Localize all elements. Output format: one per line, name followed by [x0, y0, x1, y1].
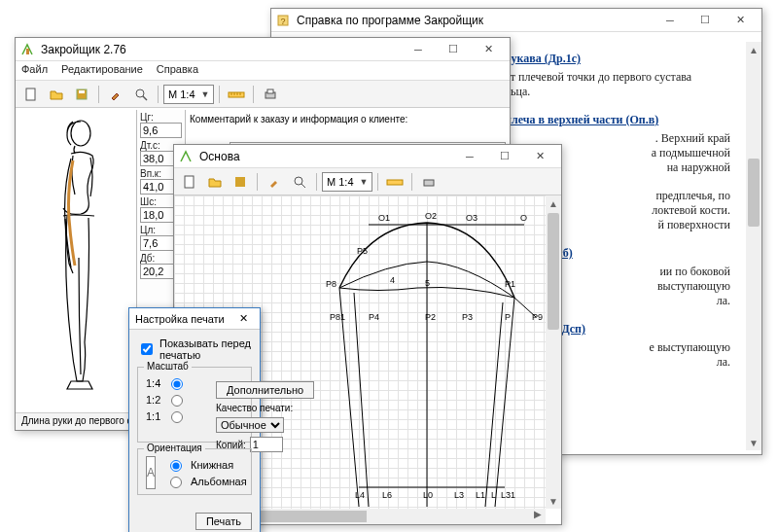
meas-label: Цг:: [140, 112, 182, 123]
svg-rect-20: [387, 180, 403, 185]
help-scrollbar[interactable]: ▲ ▼: [746, 42, 761, 450]
brush-icon[interactable]: [104, 84, 127, 105]
quality-select[interactable]: Обычное: [216, 417, 284, 433]
main-toolbar: М 1:4▼: [16, 81, 510, 108]
meas-input[interactable]: [140, 123, 182, 138]
figure-pane: [16, 110, 137, 412]
minimize-button[interactable]: ─: [401, 39, 436, 60]
chevron-down-icon: ▼: [360, 177, 369, 187]
app-icon: [19, 42, 35, 57]
orient-book-radio[interactable]: Книжная: [165, 457, 247, 472]
help-title: Справка по программе Закройщик: [297, 14, 653, 27]
orient-legend: Ориентация: [144, 443, 205, 453]
scale-select[interactable]: М 1:4▼: [163, 85, 214, 104]
scale-radio-1-1[interactable]: [171, 411, 183, 423]
menu-help[interactable]: Справка: [157, 63, 198, 78]
osnova-title: Основа: [199, 150, 452, 163]
scale-radio-1-4[interactable]: [171, 378, 183, 390]
scroll-up-icon[interactable]: ▲: [746, 42, 761, 57]
page-orientation-icon: A: [146, 456, 156, 489]
svg-point-18: [295, 177, 302, 185]
ruler-icon[interactable]: [383, 171, 407, 193]
osnova-titlebar[interactable]: Основа ─ ☐ ✕: [174, 145, 561, 168]
scale-legend: Масштаб: [144, 361, 192, 372]
svg-line-26: [495, 298, 514, 507]
scroll-up-icon[interactable]: ▲: [546, 195, 561, 211]
print-button[interactable]: Печать: [195, 513, 252, 530]
menu-edit[interactable]: Редактирование: [61, 63, 143, 78]
maximize-button[interactable]: ☐: [436, 39, 471, 60]
minimize-button[interactable]: ─: [452, 146, 487, 167]
print-dialog: Настройка печати ✕ Показывать перед печа…: [128, 307, 261, 532]
quality-label: Качество печати:: [216, 403, 314, 413]
main-title: Закройщик 2.76: [41, 43, 401, 56]
open-icon[interactable]: [203, 171, 227, 193]
svg-point-6: [136, 89, 144, 97]
comment-heading: Комментарий к заказу и информация о клие…: [190, 114, 506, 124]
main-menubar: Файл Редактирование Справка: [16, 61, 510, 81]
svg-rect-17: [235, 177, 245, 187]
maximize-button[interactable]: ☐: [688, 10, 723, 31]
svg-rect-5: [79, 90, 85, 93]
close-button[interactable]: ✕: [723, 10, 758, 31]
print-titlebar[interactable]: Настройка печати ✕: [129, 308, 260, 330]
print-icon[interactable]: [259, 84, 282, 105]
toolbar-separator: [158, 86, 159, 103]
svg-point-15: [71, 121, 90, 146]
toolbar-separator: [98, 86, 99, 103]
ruler-icon[interactable]: [225, 84, 248, 105]
open-icon[interactable]: [45, 84, 68, 105]
scroll-down-icon[interactable]: ▼: [546, 493, 561, 509]
svg-rect-16: [185, 176, 194, 188]
svg-rect-21: [424, 180, 434, 186]
zoom-icon[interactable]: [288, 171, 311, 193]
orient-album-radio[interactable]: Альбомная: [165, 474, 247, 488]
close-button[interactable]: ✕: [471, 39, 506, 60]
svg-line-7: [143, 96, 147, 100]
chevron-down-icon: ▼: [201, 89, 210, 99]
help-icon: ?: [275, 13, 291, 28]
toolbar-separator: [253, 86, 254, 103]
help-link[interactable]: плеча в верхней части (Оп.в): [505, 113, 658, 126]
extra-button[interactable]: Дополнительно: [216, 381, 314, 399]
scroll-down-icon[interactable]: ▼: [746, 435, 761, 450]
new-icon[interactable]: [178, 171, 201, 193]
brush-icon[interactable]: [263, 171, 286, 193]
help-link[interactable]: рукава (Др.1с): [505, 52, 581, 65]
toolbar-separator: [219, 86, 220, 103]
svg-line-27: [485, 302, 503, 507]
main-titlebar[interactable]: Закройщик 2.76 ─ ☐ ✕: [16, 38, 510, 61]
scale-select[interactable]: М 1:4▼: [322, 172, 372, 192]
scroll-right-icon[interactable]: ▶: [530, 509, 546, 519]
new-icon[interactable]: [19, 84, 43, 105]
app-icon: [178, 149, 194, 164]
svg-line-19: [301, 184, 305, 188]
svg-rect-14: [267, 89, 273, 93]
copies-input[interactable]: [250, 437, 283, 452]
minimize-button[interactable]: ─: [653, 10, 688, 31]
print-icon[interactable]: [417, 171, 441, 193]
body-figure: [22, 114, 129, 406]
close-button[interactable]: ✕: [232, 312, 254, 325]
scrollbar-thumb[interactable]: [748, 159, 760, 227]
osnova-vscrollbar[interactable]: ▲ ▼: [546, 195, 561, 509]
scale-radio-1-2[interactable]: [171, 395, 183, 407]
print-title: Настройка печати: [135, 313, 232, 325]
zoom-icon[interactable]: [129, 84, 153, 105]
svg-text:?: ?: [280, 17, 285, 26]
svg-rect-2: [26, 49, 29, 54]
save-icon[interactable]: [229, 171, 252, 193]
help-titlebar[interactable]: ? Справка по программе Закройщик ─ ☐ ✕: [271, 9, 761, 32]
menu-file[interactable]: Файл: [21, 63, 48, 78]
save-icon[interactable]: [70, 84, 93, 105]
osnova-toolbar: М 1:4▼: [174, 168, 561, 195]
svg-rect-8: [229, 92, 244, 97]
svg-rect-3: [26, 89, 35, 100]
maximize-button[interactable]: ☐: [487, 146, 522, 167]
show-before-print-checkbox[interactable]: Показывать перед печатью: [137, 337, 252, 361]
close-button[interactable]: ✕: [522, 146, 557, 167]
scrollbar-thumb[interactable]: [548, 213, 559, 330]
